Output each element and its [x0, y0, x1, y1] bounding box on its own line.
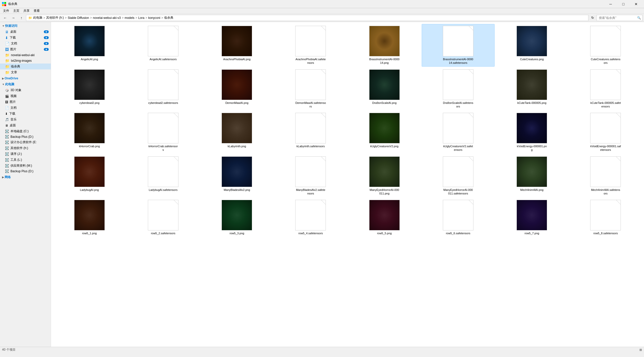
path-models[interactable]: models	[125, 16, 135, 20]
file-item[interactable]: kUglyCreaturesV2.safetensors	[422, 111, 494, 154]
menu-share[interactable]: 共享	[21, 8, 32, 14]
sidebar-item-docs[interactable]: 📄 文档 ★	[0, 41, 51, 46]
sidebar-item-novelai[interactable]: 📁 novelai-webui-aki	[0, 52, 51, 58]
file-item[interactable]: row5_4.safetensors	[274, 198, 347, 237]
back-button[interactable]: ←	[2, 15, 9, 21]
sidebar-network: ▶ 网络	[0, 174, 51, 180]
sidebar-item-video[interactable]: 🎬 视频	[0, 93, 51, 99]
file-item[interactable]: row5_5.png	[348, 198, 421, 237]
path-current[interactable]: 临余典	[164, 16, 173, 20]
file-name: LadybugAI.png	[80, 188, 99, 192]
sidebar-item-l[interactable]: 💽 工具 (L:)	[0, 157, 51, 163]
file-item[interactable]: LadybugAI.safetensors	[127, 155, 199, 197]
sidebar-item-linyu[interactable]: 📁 临余典	[0, 64, 51, 69]
svg-rect-3	[4, 4, 6, 6]
file-item[interactable]: kVoidEnergy-000001.safetensors	[569, 111, 642, 154]
maximize-button[interactable]: □	[617, 0, 629, 8]
sidebar-item-wenzhang[interactable]: 📁 文章	[0, 69, 51, 75]
file-item[interactable]: kHorrorCrab.png	[53, 111, 126, 154]
sidebar-item-dl2[interactable]: ⬇ 下载	[0, 111, 51, 117]
file-item[interactable]: CuteCreatures.safetensors	[569, 24, 642, 67]
sidebar-item-desktop[interactable]: 🖥 桌面 ★	[0, 29, 51, 35]
folder-icon-3: 📁	[5, 65, 9, 69]
file-item[interactable]: row5_2.safetensors	[127, 198, 199, 237]
file-item[interactable]: row5_1.png	[53, 198, 126, 237]
file-item[interactable]: Dra9onScaleAI.png	[348, 68, 421, 110]
menu-view[interactable]: 查看	[32, 8, 42, 14]
sidebar-item-d2[interactable]: 💽 Backup Plus (D:)	[0, 169, 51, 174]
file-item[interactable]: cyberdead2.png	[53, 68, 126, 110]
file-item[interactable]: row5_8.safetensors	[569, 198, 642, 237]
file-item[interactable]: kLabyrinth.png	[201, 111, 273, 154]
refresh-button[interactable]: ↻	[589, 15, 596, 21]
file-name: LadybugAI.safetensors	[149, 188, 178, 192]
file-item[interactable]: ArachnoPhobiaAI.safetensors	[274, 24, 347, 67]
sidebar-item-e[interactable]: 💽 设计办公类软件 (E:	[0, 139, 51, 145]
file-item[interactable]: ManyBladesAlv2.png	[201, 155, 273, 197]
file-item[interactable]: AngelicAI.safetensors	[127, 24, 199, 67]
file-item[interactable]: ArachnoPhobiaAI.png	[201, 24, 273, 67]
sidebar-item-h[interactable]: 💽 其他软件 (h:)	[0, 145, 51, 151]
path-novelai[interactable]: novelai-webui-aki-v3	[93, 16, 121, 20]
status-bar: 40 个项目 ⊞	[0, 347, 644, 352]
path-sd[interactable]: Stable Diffusion	[68, 16, 89, 20]
file-item[interactable]: LadybugAI.png	[53, 155, 126, 197]
path-drive[interactable]: 其他软件 (h:)	[46, 16, 64, 20]
path-lora[interactable]: Lora	[138, 16, 144, 20]
path-computer[interactable]: 此电脑	[33, 16, 42, 20]
sidebar-computer-header[interactable]: ▼ 此电脑	[0, 81, 51, 87]
sidebar-item-c[interactable]: 💽 本地磁盘 (C:)	[0, 128, 51, 134]
sidebar-item-pictures[interactable]: 🖼 图片 ★	[0, 46, 51, 52]
file-item[interactable]: BrassInstrumentAI-000014.png	[348, 24, 421, 67]
file-item[interactable]: ManyEyedHorrorAI-000011.png	[348, 155, 421, 197]
file-item[interactable]: kVoidEnergy-000001.png	[496, 111, 568, 154]
path-konyconi[interactable]: konyconi	[148, 16, 160, 20]
sidebar-item-3d[interactable]: 🎲 3D 对象	[0, 87, 51, 93]
up-button[interactable]: ↑	[18, 15, 25, 21]
sidebar-onedrive-header[interactable]: ▶ OneDrive	[0, 76, 51, 81]
file-item[interactable]: ManyBladesAlv2.safetensors	[274, 155, 347, 197]
svg-rect-2	[2, 4, 4, 6]
file-item[interactable]: kHorrorCrab.safetensors	[127, 111, 199, 154]
file-item[interactable]: BrassInstrumentAI-000014.safetensors	[422, 24, 494, 67]
file-item[interactable]: DemonMawAI.png	[201, 68, 273, 110]
file-item[interactable]: cyberdead2.safetensors	[127, 68, 199, 110]
sidebar-item-d[interactable]: 💽 Backup Plus (D:)	[0, 134, 51, 139]
menu-home[interactable]: 主页	[11, 8, 21, 14]
minimize-button[interactable]: ─	[605, 0, 616, 8]
file-name: ManyEyedHorrorAI-000011.safetensors	[443, 188, 473, 195]
sidebar-item-txt2img[interactable]: 📁 txt2img-images	[0, 58, 51, 64]
sidebar-item-pic2[interactable]: 🖼 图片	[0, 99, 51, 105]
file-item[interactable]: Mech4nim4lAI.png	[496, 155, 568, 197]
file-item[interactable]: Mech4nim4lAI.safetensors	[569, 155, 642, 197]
file-item[interactable]: kLabyrinth.safetensors	[274, 111, 347, 154]
sidebar-label-linyu: 临余典	[11, 64, 20, 69]
menu-file[interactable]: 文件	[1, 8, 11, 14]
file-item[interactable]: CuteCreatures.png	[496, 24, 568, 67]
sidebar-item-j[interactable]: 💽 课序 (J:)	[0, 151, 51, 157]
pic-icon: 🖼	[5, 100, 8, 104]
file-item[interactable]: row5_6.safetensors	[422, 198, 494, 237]
forward-button[interactable]: →	[10, 15, 17, 21]
address-path[interactable]: 📁 此电脑 > 其他软件 (h:) > Stable Diffusion > n…	[26, 15, 588, 21]
sidebar-item-doc2[interactable]: 📄 文档	[0, 105, 51, 111]
file-grid: AngelicAI.pngAngelicAI.safetensorsArachn…	[53, 24, 642, 237]
file-item[interactable]: kCuteTank-000005.png	[496, 68, 568, 110]
sidebar-network-header[interactable]: ▶ 网络	[0, 174, 51, 180]
file-item[interactable]: ManyEyedHorrorAI-000011.safetensors	[422, 155, 494, 197]
file-item[interactable]: Dra9onScaleAI.safetensors	[422, 68, 494, 110]
sidebar-item-desk2[interactable]: 🖥 桌面	[0, 122, 51, 128]
file-item[interactable]: row5_7.png	[496, 198, 568, 237]
search-input[interactable]	[597, 15, 642, 21]
file-item[interactable]: AngelicAI.png	[53, 24, 126, 67]
file-name: row5_3.png	[229, 231, 244, 235]
file-item[interactable]: row5_3.png	[201, 198, 273, 237]
sidebar-item-music[interactable]: 🎵 音乐	[0, 117, 51, 122]
sidebar-item-download[interactable]: ⬇ 下载 ★	[0, 35, 51, 41]
close-button[interactable]: ✕	[630, 0, 642, 8]
file-item[interactable]: kUglyCreaturesV2.png	[348, 111, 421, 154]
file-item[interactable]: DemonMawAI.safetensors	[274, 68, 347, 110]
sidebar-item-m[interactable]: 💽 供应商资料 (M:)	[0, 163, 51, 169]
sidebar-quick-access-header[interactable]: ▼ 快速访问	[0, 23, 51, 29]
file-item[interactable]: kCuteTank-000005.safetensors	[569, 68, 642, 110]
